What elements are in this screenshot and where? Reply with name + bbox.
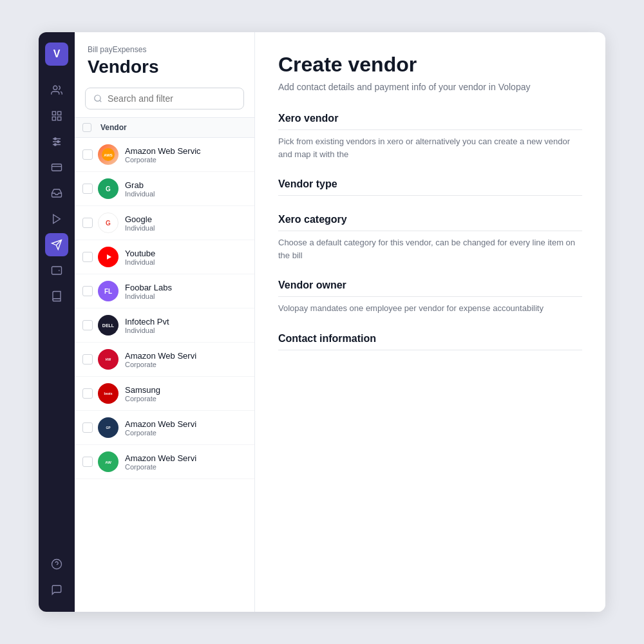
svg-text:AW: AW: [105, 460, 111, 464]
vendor-avatar: [98, 247, 118, 267]
vendor-avatar: beats: [98, 383, 118, 404]
vendor-owner-divider: [278, 296, 582, 297]
vendor-row[interactable]: G Google Individual: [75, 206, 254, 240]
vendor-type: Corporate: [125, 429, 196, 437]
vendor-name: Amazon Web Servi: [125, 351, 196, 361]
svg-point-9: [57, 141, 59, 143]
vendor-owner-title: Vendor owner: [278, 279, 582, 291]
svg-point-10: [54, 144, 56, 146]
svg-rect-1: [52, 111, 55, 115]
svg-text:DELL: DELL: [102, 323, 115, 328]
vendor-info: Amazon Web Servic Corporate: [125, 146, 201, 164]
vendor-info: Grab Individual: [125, 180, 155, 198]
logo-text: V: [53, 48, 61, 60]
vendor-type: Individual: [125, 190, 155, 198]
vendor-column-header: Vendor: [95, 123, 247, 132]
vendor-name: Google: [125, 214, 155, 224]
xero-vendor-desc: Pick from existing vendors in xero or al…: [278, 135, 582, 160]
vendor-checkbox[interactable]: [82, 354, 93, 365]
sidebar-item-grid[interactable]: [45, 104, 68, 128]
xero-category-section: Xero category Choose a default category …: [278, 214, 582, 261]
svg-text:beats: beats: [104, 392, 112, 395]
vendor-checkbox[interactable]: [82, 388, 93, 399]
vendor-name: Amazon Web Servi: [125, 419, 196, 429]
svg-rect-11: [52, 164, 62, 171]
vendor-checkbox[interactable]: [82, 457, 93, 467]
vendor-info: Amazon Web Servi Corporate: [125, 351, 196, 368]
contact-info-divider: [278, 350, 582, 350]
app-window: V: [39, 32, 605, 612]
vendor-checkbox[interactable]: [82, 252, 93, 262]
vendor-row[interactable]: FL Foobar Labs Individual: [75, 274, 254, 308]
page-title: Vendors: [75, 57, 254, 88]
vendor-type-divider: [278, 195, 582, 196]
vendor-avatar: G: [98, 213, 118, 233]
svg-rect-2: [58, 111, 61, 115]
sidebar-item-chat[interactable]: [45, 578, 68, 601]
vendor-row[interactable]: HW Amazon Web Servi Corporate: [75, 343, 254, 377]
vendor-row[interactable]: G Grab Individual: [75, 172, 254, 206]
svg-point-0: [53, 86, 57, 90]
vendor-avatar: DELL: [98, 315, 118, 336]
vendor-row[interactable]: Youtube Individual: [75, 240, 254, 274]
breadcrumb: Bill payExpenses: [75, 32, 254, 57]
create-vendor-title: Create vendor: [278, 53, 582, 77]
vendor-info: Google Individual: [125, 214, 155, 232]
vendor-checkbox[interactable]: [82, 184, 93, 194]
vendor-row[interactable]: AW Amazon Web Servi Corporate: [75, 445, 254, 479]
vendor-checkbox[interactable]: [82, 149, 93, 160]
svg-rect-16: [52, 267, 62, 274]
vendor-row[interactable]: GP Amazon Web Servi Corporate: [75, 411, 254, 445]
search-input[interactable]: [108, 93, 236, 104]
vendor-avatar: AW: [98, 451, 118, 472]
vendor-row[interactable]: AWS Amazon Web Servic Corporate: [75, 138, 254, 172]
svg-text:AWS: AWS: [104, 153, 113, 157]
logo-button[interactable]: V: [45, 43, 68, 66]
vendor-name: Youtube: [125, 249, 155, 258]
vendor-checkbox[interactable]: [82, 218, 93, 228]
sidebar-item-help[interactable]: [45, 553, 68, 576]
svg-point-8: [54, 138, 56, 140]
sidebar-item-inbox[interactable]: [45, 182, 68, 205]
vendor-checkbox[interactable]: [82, 422, 93, 433]
vendor-type: Individual: [125, 258, 155, 266]
vendor-info: Infotech Pvt Individual: [125, 317, 169, 334]
vendor-info: Amazon Web Servi Corporate: [125, 453, 196, 471]
vendor-row[interactable]: beats Samsung Corporate: [75, 377, 254, 411]
vendor-name: Samsung: [125, 385, 160, 395]
svg-marker-13: [53, 214, 61, 223]
vendor-avatar: G: [98, 178, 118, 199]
sidebar-item-play[interactable]: [45, 207, 68, 231]
search-bar[interactable]: [85, 88, 244, 109]
sidebar-item-send[interactable]: [45, 233, 68, 256]
contact-info-title: Contact information: [278, 333, 582, 345]
sidebar-item-sliders[interactable]: [45, 130, 68, 153]
vendor-type: Individual: [125, 224, 155, 232]
svg-line-20: [100, 100, 102, 102]
select-all-checkbox[interactable]: [82, 123, 95, 132]
vendor-checkbox[interactable]: [82, 286, 93, 296]
vendor-info: Youtube Individual: [125, 249, 155, 266]
sidebar-item-card[interactable]: [45, 156, 68, 179]
sidebar-item-people[interactable]: [45, 79, 68, 102]
vendor-name: Foobar Labs: [125, 283, 172, 292]
sidebar-item-wallet[interactable]: [45, 259, 68, 282]
vendor-checkbox[interactable]: [82, 320, 93, 330]
vendor-type: Individual: [125, 292, 172, 300]
right-panel: Create vendor Add contact details and pa…: [255, 32, 605, 612]
main-panel: Bill payExpenses Vendors Vendor AWS Amaz…: [75, 32, 255, 612]
vendor-info: Foobar Labs Individual: [125, 283, 172, 300]
vendor-list: AWS Amazon Web Servic Corporate G Grab I…: [75, 138, 254, 612]
svg-rect-4: [52, 117, 55, 120]
xero-category-divider: [278, 231, 582, 231]
svg-text:GP: GP: [106, 426, 111, 430]
svg-text:G: G: [106, 220, 111, 227]
vendor-owner-section: Vendor owner Volopay mandates one employ…: [278, 279, 582, 315]
sidebar-item-book[interactable]: [45, 285, 68, 308]
vendor-name: Amazon Web Servi: [125, 453, 196, 463]
vendor-info: Samsung Corporate: [125, 385, 160, 402]
xero-vendor-section: Xero vendor Pick from existing vendors i…: [278, 113, 582, 160]
vendor-type: Corporate: [125, 156, 201, 164]
vendor-row[interactable]: DELL Infotech Pvt Individual: [75, 308, 254, 343]
vendor-type: Individual: [125, 327, 169, 334]
